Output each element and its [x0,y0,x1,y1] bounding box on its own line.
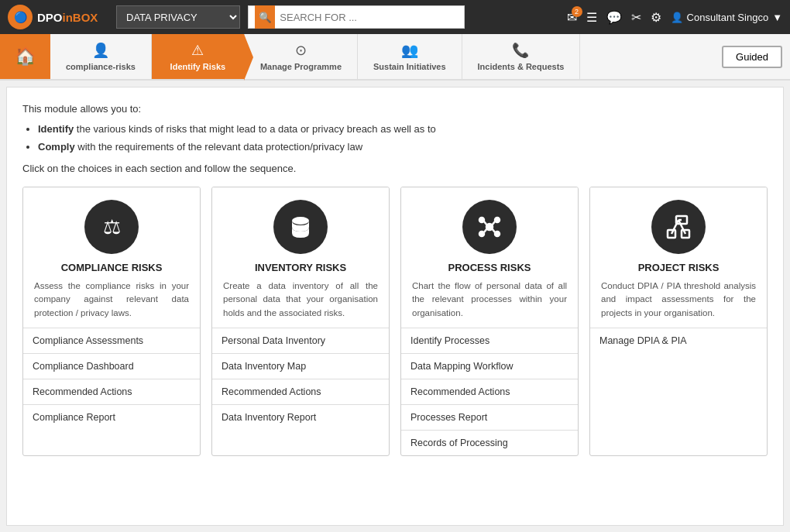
project-risks-card: PROJECT RISKS Conduct DPIA / PIA thresho… [589,187,768,456]
process-risks-card: PROCESS RISKS Chart the flow of personal… [400,187,579,456]
user-menu[interactable]: 👤 Consultant Singco ▼ [671,12,782,23]
sustain-initiatives-label: Sustain Initiatives [373,62,446,71]
incidents-requests-icon: 📞 [512,42,529,59]
guided-button[interactable]: Guided [722,46,782,68]
user-dropdown-chevron: ▼ [772,12,782,23]
compliance-risks-header: ⚖ COMPLIANCE RISKS Assess the compliance… [23,187,200,328]
inventory-risks-card: INVENTORY RISKS Create a data inventory … [211,187,390,456]
link-inventory-recommended-actions[interactable]: Recommended Actions [212,379,389,404]
list-icon: ☰ [586,11,597,24]
comply-bold: Comply [38,141,75,153]
project-risks-title: PROJECT RISKS [598,262,759,273]
link-process-recommended-actions[interactable]: Recommended Actions [401,379,578,404]
manage-programme-label: Manage Programme [260,62,342,71]
identify-risks-label: Identify Risks [170,62,226,71]
mail-icon-wrap[interactable]: ✉ 2 [567,10,577,25]
main-nav: 🏠 👤 compliance-risks ⚠ Identify Risks ⊙ … [0,34,790,81]
nav-tab-sustain-initiatives[interactable]: 👥 Sustain Initiatives [358,34,462,79]
svg-point-2 [479,218,484,222]
compliance-risks-title: COMPLIANCE RISKS [31,262,192,273]
nav-home-button[interactable]: 🏠 [0,34,50,79]
compliance-risks-icon: ⚖ [84,200,139,254]
top-bar: 🔵 DPOinBOX DATA PRIVACYDATA SECURITYGENE… [0,0,790,34]
logo: 🔵 DPOinBOX [8,5,108,29]
inventory-risks-icon [273,200,328,254]
compliance-risks-links: Compliance Assessments Compliance Dashbo… [23,328,200,430]
intro-instruction: Click on the choices in each section and… [22,161,768,177]
link-compliance-recommended-actions[interactable]: Recommended Actions [23,379,200,404]
scissors-icon: ✂ [631,11,641,24]
inventory-risks-header: INVENTORY RISKS Create a data inventory … [212,187,389,328]
project-risks-desc: Conduct DPIA / PIA threshold analysis an… [598,280,759,320]
network-icon-wrap[interactable]: ⚙ [651,10,661,25]
list-icon-wrap[interactable]: ☰ [586,10,597,25]
project-risks-header: PROJECT RISKS Conduct DPIA / PIA thresho… [590,187,767,328]
incidents-requests-label: Incidents & Requests [478,62,565,71]
link-data-inventory-report[interactable]: Data Inventory Report [212,404,389,430]
link-compliance-dashboard[interactable]: Compliance Dashboard [23,353,200,379]
link-personal-data-inventory[interactable]: Personal Data Inventory [212,328,389,353]
chat-icon-wrap[interactable]: 💬 [606,10,622,25]
svg-point-0 [292,217,309,225]
process-risks-header: PROCESS RISKS Chart the flow of personal… [401,187,578,328]
process-risks-icon [462,200,517,254]
process-risks-desc: Chart the flow of personal data of all t… [409,280,570,320]
compliance-risks-card: ⚖ COMPLIANCE RISKS Assess the compliance… [22,187,201,456]
search-button[interactable]: 🔍 [255,5,275,29]
inventory-risks-links: Personal Data Inventory Data Inventory M… [212,328,389,430]
inventory-risks-title: INVENTORY RISKS [220,262,381,273]
network-icon: ⚙ [651,11,661,24]
svg-point-5 [495,232,500,236]
identify-risks-icon: ⚠ [191,42,204,59]
user-avatar-icon: 👤 [671,12,683,23]
svg-point-3 [495,218,500,222]
svg-line-8 [484,228,487,232]
nav-tab-lets-begin[interactable]: 👤 compliance-risks [50,34,152,79]
module-dropdown[interactable]: DATA PRIVACYDATA SECURITYGENERAL [116,5,240,29]
link-manage-dpia-pia[interactable]: Manage DPIA & PIA [590,328,767,353]
cards-grid: ⚖ COMPLIANCE RISKS Assess the compliance… [22,187,768,456]
link-compliance-report[interactable]: Compliance Report [23,404,200,430]
sustain-initiatives-icon: 👥 [401,42,418,59]
svg-line-9 [492,228,495,232]
intro-bullet-identify: Identify the various kinds of risks that… [38,122,768,137]
lets-begin-label: compliance-risks [66,62,136,71]
link-data-inventory-map[interactable]: Data Inventory Map [212,353,389,379]
link-compliance-assessments[interactable]: Compliance Assessments [23,328,200,353]
manage-programme-icon: ⊙ [295,42,307,59]
intro-bullets: Identify the various kinds of risks that… [38,122,768,155]
top-icons: ✉ 2 ☰ 💬 ✂ ⚙ 👤 Consultant Singco ▼ [567,10,782,25]
svg-line-7 [492,221,495,225]
intro-bullet-comply: Comply with the requirements of the rele… [38,139,768,155]
svg-rect-11 [668,230,675,238]
svg-point-4 [479,232,484,236]
nav-tab-incidents-requests[interactable]: 📞 Incidents & Requests [462,34,581,79]
logo-icon: 🔵 [8,5,33,29]
inventory-risks-desc: Create a data inventory of all the perso… [220,280,381,320]
user-name: Consultant Singco [687,12,769,23]
link-records-of-processing[interactable]: Records of Processing [401,430,578,455]
link-processes-report[interactable]: Processes Report [401,404,578,430]
nav-tab-identify-risks[interactable]: ⚠ Identify Risks [152,34,245,79]
scissors-icon-wrap[interactable]: ✂ [631,10,641,25]
process-risks-title: PROCESS RISKS [409,262,570,273]
project-risks-icon [651,200,706,254]
compliance-risks-desc: Assess the compliance risks in your comp… [31,280,192,320]
link-data-mapping-workflow[interactable]: Data Mapping Workflow [401,353,578,379]
project-risks-links: Manage DPIA & PIA [590,328,767,353]
search-input[interactable] [280,12,458,23]
intro-module-text: This module allows you to: [22,101,768,117]
link-identify-processes[interactable]: Identify Processes [401,328,578,353]
nav-tab-manage-programme[interactable]: ⊙ Manage Programme [245,34,358,79]
process-risks-links: Identify Processes Data Mapping Workflow… [401,328,578,455]
chat-icon: 💬 [606,11,622,24]
svg-line-6 [484,221,487,225]
mail-badge: 2 [572,6,582,17]
logo-text: DPOinBOX [37,11,98,24]
search-bar: 🔍 [248,5,465,29]
lets-begin-icon: 👤 [92,42,109,59]
intro-section: This module allows you to: Identify the … [22,101,768,176]
content-area: This module allows you to: Identify the … [6,87,784,526]
identify-bold: Identify [38,123,74,135]
